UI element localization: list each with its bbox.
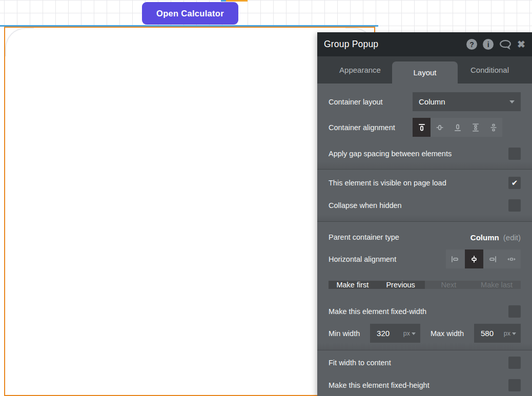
panel-body: Container layout Column Container alignm… — [317, 84, 532, 396]
min-width-unit: px — [403, 330, 410, 337]
order-buttons-enabled: Make first Previous — [329, 281, 425, 289]
align-bottom-icon[interactable] — [448, 118, 466, 137]
section-divider — [317, 350, 532, 350]
gap-spacing-label: Apply gap spacing between elements — [329, 150, 452, 158]
fixed-height-label: Make this element fixed-height — [329, 381, 429, 389]
min-max-width-row: Min width 320 px Max width 580 px — [329, 324, 521, 343]
tab-layout[interactable]: Layout — [392, 61, 458, 84]
min-width-unit-dropdown[interactable]: px — [403, 330, 416, 337]
align-center-horizontal-icon[interactable] — [465, 249, 484, 268]
section-divider — [317, 221, 532, 222]
parent-container-edit-link[interactable]: (edit) — [503, 233, 521, 242]
align-top-icon[interactable] — [413, 118, 431, 137]
collapse-hidden-row: Collapse when hidden — [329, 199, 521, 212]
max-width-unit: px — [504, 330, 510, 337]
chevron-down-icon — [509, 100, 515, 106]
panel-title: Group Popup — [324, 39, 378, 50]
header-icons: ? i ✖ — [466, 39, 525, 50]
make-last-button: Make last — [473, 281, 521, 289]
visible-on-load-checkbox[interactable]: ✔ — [508, 177, 521, 189]
gap-spacing-row: Apply gap spacing between elements — [329, 148, 521, 160]
element-order-row: Make first Previous Next Make last — [329, 276, 521, 294]
min-width-label: Min width — [329, 329, 360, 338]
fixed-height-row: Make this element fixed-height — [329, 379, 521, 391]
fit-width-checkbox[interactable] — [508, 357, 521, 369]
fixed-width-label: Make this element fixed-width — [329, 307, 426, 316]
previous-button[interactable]: Previous — [377, 281, 425, 289]
space-between-icon[interactable] — [466, 118, 484, 137]
container-layout-value: Column — [419, 97, 445, 106]
chevron-down-icon — [412, 332, 416, 337]
max-width-unit-dropdown[interactable]: px — [504, 330, 516, 337]
space-evenly-icon[interactable] — [484, 118, 502, 137]
next-button: Next — [425, 281, 473, 289]
order-buttons-disabled: Next Make last — [425, 281, 521, 289]
panel-tabbar: Appearance Layout Conditional — [317, 56, 532, 84]
property-editor-panel: Group Popup ? i ✖ Appearance Layout Cond… — [317, 32, 532, 396]
container-layout-dropdown[interactable]: Column — [413, 92, 521, 111]
align-justify-icon[interactable] — [502, 249, 521, 268]
fixed-width-row: Make this element fixed-width — [329, 305, 521, 318]
max-width-label: Max width — [431, 329, 464, 338]
tab-conditional[interactable]: Conditional — [458, 56, 522, 84]
collapse-hidden-label: Collapse when hidden — [329, 201, 402, 210]
parent-container-type: Column — [470, 233, 499, 242]
close-icon[interactable]: ✖ — [517, 39, 525, 49]
align-left-icon[interactable] — [446, 249, 465, 268]
chevron-down-icon — [512, 332, 516, 337]
parent-container-label: Parent container type — [329, 233, 399, 241]
tab-appearance[interactable]: Appearance — [328, 56, 392, 84]
gap-spacing-checkbox[interactable] — [508, 148, 521, 160]
element-edge-marker-blue — [221, 0, 226, 2]
horizontal-alignment-label: Horizontal alignment — [329, 255, 396, 263]
container-alignment-row: Container alignment — [329, 118, 521, 137]
align-right-icon[interactable] — [483, 249, 502, 268]
min-width-input[interactable]: 320 px — [370, 324, 420, 343]
fit-width-label: Fit width to content — [329, 359, 391, 367]
min-width-value: 320 — [377, 329, 390, 338]
comment-icon[interactable] — [499, 39, 511, 50]
parent-container-value: Column (edit) — [470, 233, 521, 242]
visible-on-load-row: This element is visible on page load ✔ — [329, 177, 521, 189]
info-icon[interactable]: i — [483, 39, 494, 50]
popup-rounded-corner — [5, 28, 34, 56]
section-divider — [317, 169, 532, 170]
collapse-hidden-checkbox[interactable] — [508, 199, 521, 212]
container-layout-label: Container layout — [329, 98, 383, 106]
container-alignment-label: Container alignment — [329, 123, 395, 132]
fixed-height-checkbox[interactable] — [508, 379, 521, 391]
open-calculator-button[interactable]: Open Calculator — [142, 2, 238, 25]
bubble-editor-stage: Open Calculator Group Popup ? i ✖ Appear… — [0, 0, 532, 396]
visible-on-load-label: This element is visible on page load — [329, 179, 446, 187]
element-edge-marker-orange — [226, 0, 248, 2]
align-center-vertical-icon[interactable] — [431, 118, 448, 137]
container-layout-row: Container layout Column — [329, 92, 521, 111]
max-width-value: 580 — [481, 329, 494, 338]
help-icon[interactable]: ? — [466, 39, 477, 50]
max-width-input[interactable]: 580 px — [474, 324, 521, 343]
horizontal-alignment-group — [446, 249, 521, 268]
panel-header[interactable]: Group Popup ? i ✖ — [317, 32, 532, 56]
fit-width-row: Fit width to content — [329, 357, 521, 369]
container-alignment-group — [413, 118, 502, 137]
horizontal-alignment-row: Horizontal alignment — [329, 249, 521, 268]
parent-container-row: Parent container type Column (edit) — [329, 231, 521, 243]
fixed-width-checkbox[interactable] — [508, 305, 521, 318]
make-first-button[interactable]: Make first — [329, 281, 377, 289]
